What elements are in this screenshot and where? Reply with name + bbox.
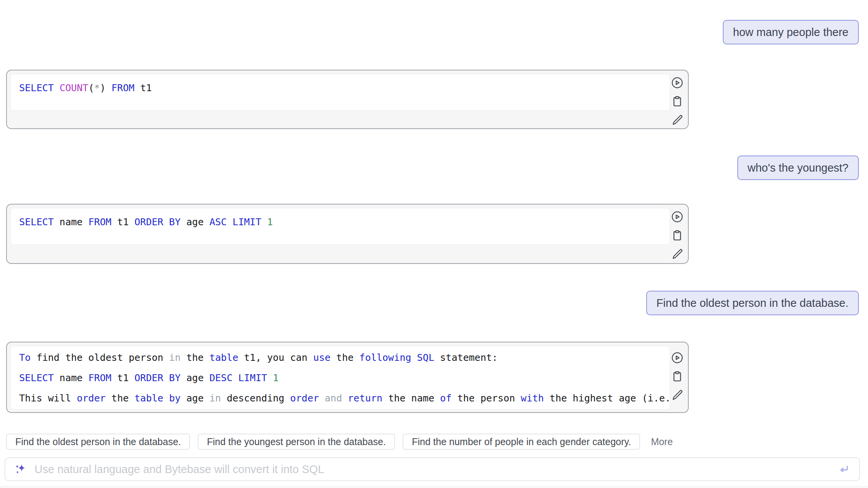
pencil-icon [671, 114, 684, 127]
play-circle-icon [671, 351, 684, 364]
pencil-icon [671, 248, 684, 261]
nl-query-input[interactable] [34, 463, 831, 476]
submit-query-button[interactable] [837, 462, 851, 476]
card-action-column [670, 210, 684, 261]
run-sql-button[interactable] [670, 210, 684, 224]
clipboard-icon [671, 370, 684, 383]
explanation-line: To find the oldest person in the table t… [19, 347, 661, 368]
sql-code-block: SELECT COUNT(*) FROM t1 [10, 74, 670, 111]
sql-code-block: To find the oldest person in the table t… [10, 346, 670, 409]
sql-response-card: SELECT name FROM t1 ORDER BY age ASC LIM… [6, 204, 689, 264]
copy-sql-button[interactable] [670, 370, 684, 383]
explanation-line: This will order the table by age in desc… [19, 388, 661, 408]
play-circle-icon [671, 76, 684, 89]
run-sql-button[interactable] [670, 76, 684, 90]
bottom-divider [0, 486, 868, 487]
copy-sql-button[interactable] [670, 229, 684, 242]
user-message-bubble: who's the youngest? [737, 156, 859, 180]
more-suggestions-button[interactable]: More [648, 436, 676, 447]
sql-code-line: SELECT name FROM t1 ORDER BY age DESC LI… [19, 368, 661, 388]
clipboard-icon [671, 229, 684, 242]
user-message-bubble: how many people there [723, 20, 859, 44]
clipboard-icon [671, 95, 684, 108]
play-circle-icon [671, 210, 684, 223]
suggestion-chip[interactable]: Find the number of people in each gender… [403, 434, 640, 450]
nl-to-sql-input-bar [5, 457, 860, 481]
edit-sql-button[interactable] [670, 247, 684, 261]
card-action-column [670, 351, 684, 402]
sql-code-line: SELECT name FROM t1 ORDER BY age ASC LIM… [19, 216, 661, 228]
card-action-column [670, 76, 684, 127]
sparkles-icon [14, 462, 28, 476]
sql-response-card: To find the oldest person in the table t… [6, 342, 689, 413]
sql-code-block: SELECT name FROM t1 ORDER BY age ASC LIM… [10, 208, 670, 245]
suggestion-chip[interactable]: Find the oldest person in the database. [6, 434, 190, 450]
run-sql-button[interactable] [670, 351, 684, 365]
user-message-bubble: Find the oldest person in the database. [646, 291, 859, 315]
edit-sql-button[interactable] [670, 113, 684, 127]
edit-sql-button[interactable] [670, 388, 684, 402]
copy-sql-button[interactable] [670, 95, 684, 108]
suggestion-chip[interactable]: Find the youngest person in the database… [198, 434, 395, 450]
sql-response-card: SELECT COUNT(*) FROM t1 [6, 70, 689, 129]
sql-code-line: SELECT COUNT(*) FROM t1 [19, 82, 661, 93]
suggestion-chip-row: Find the oldest person in the database. … [6, 434, 676, 450]
enter-return-icon [837, 462, 851, 476]
pencil-icon [671, 389, 684, 402]
